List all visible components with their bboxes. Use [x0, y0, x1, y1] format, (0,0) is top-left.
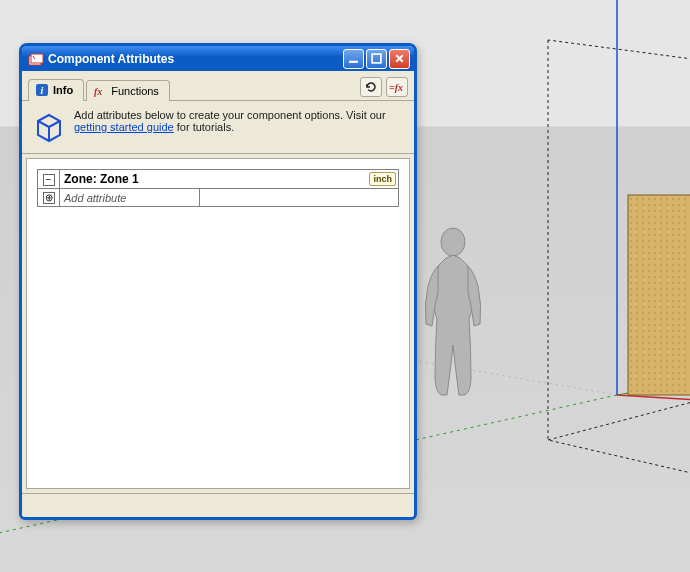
close-button[interactable] [389, 49, 410, 69]
svg-line-5 [548, 400, 690, 440]
component-header-row[interactable]: − Zone: Zone 1 inch [38, 170, 399, 189]
tab-info-label: Info [53, 84, 73, 96]
tab-bar: i Info fx Functions =fx [22, 71, 414, 101]
svg-rect-13 [372, 54, 381, 63]
add-attribute-value-cell[interactable] [200, 189, 399, 207]
info-icon: i [35, 83, 49, 97]
unit-chip[interactable]: inch [369, 172, 396, 186]
svg-rect-11 [31, 54, 43, 63]
component-name: Zone: Zone 1 [64, 172, 139, 186]
collapse-button[interactable]: − [43, 174, 55, 186]
instruction-after: for tutorials. [174, 121, 235, 133]
svg-rect-12 [349, 61, 358, 63]
getting-started-link[interactable]: getting started guide [74, 121, 174, 133]
maximize-button[interactable] [366, 49, 387, 69]
app-icon [28, 51, 44, 67]
instruction-text: Add attributes below to create your comp… [74, 109, 404, 143]
attributes-table: − Zone: Zone 1 inch ⊕ Add attribute [37, 169, 399, 207]
scale-figure [425, 228, 480, 395]
add-attribute-label[interactable]: Add attribute [60, 189, 200, 207]
tab-info[interactable]: i Info [28, 79, 84, 101]
tab-functions-label: Functions [111, 85, 159, 97]
svg-text:=fx: =fx [389, 82, 403, 93]
instruction-strip: Add attributes below to create your comp… [22, 101, 414, 154]
cube-icon [32, 109, 66, 143]
svg-rect-7 [628, 195, 690, 395]
svg-line-2 [617, 395, 690, 400]
titlebar[interactable]: Component Attributes [22, 46, 414, 71]
svg-text:i: i [41, 85, 44, 96]
tab-functions[interactable]: fx Functions [86, 80, 170, 101]
attributes-panel: − Zone: Zone 1 inch ⊕ Add attribute [26, 158, 410, 489]
dialog-footer [22, 493, 414, 517]
refresh-button[interactable] [360, 77, 382, 97]
svg-text:fx: fx [94, 86, 102, 97]
instruction-before: Add attributes below to create your comp… [74, 109, 386, 121]
add-attribute-button[interactable]: ⊕ [43, 192, 55, 204]
clear-fx-button[interactable]: =fx [386, 77, 408, 97]
add-attribute-row[interactable]: ⊕ Add attribute [38, 189, 399, 207]
window-title: Component Attributes [48, 52, 343, 66]
fx-icon: fx [93, 84, 107, 98]
minimize-button[interactable] [343, 49, 364, 69]
svg-point-9 [441, 228, 465, 256]
component-attributes-dialog: Component Attributes i Info fx Functions [19, 43, 417, 520]
